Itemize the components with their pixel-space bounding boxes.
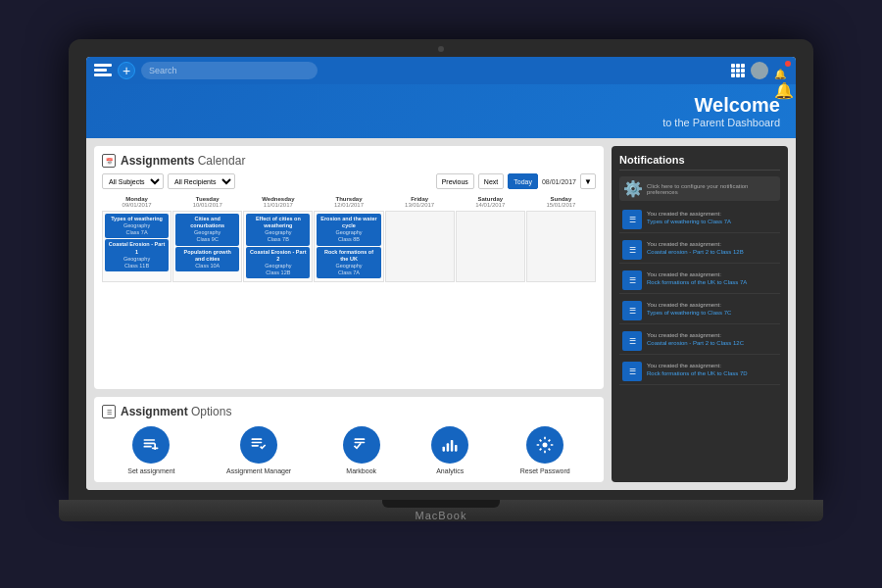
nav-plus-button[interactable] [118,62,135,79]
svg-rect-0 [144,439,156,441]
notifications-title: Notifications [619,154,780,171]
cal-cell-thursday: Erosion and the water cycle Geography Cl… [314,211,383,282]
reset-password-label: Reset Password [520,467,570,474]
event-population-growth[interactable]: Population growth and cities Class 10A [175,247,239,271]
previous-button[interactable]: Previous [436,173,474,189]
nav-logo [94,64,112,77]
svg-rect-7 [252,445,260,447]
svg-rect-11 [447,443,450,451]
calendar-section: 📅 Assignments Calendar All Subjects [94,146,604,389]
today-button[interactable]: Today [508,173,538,189]
day-header-saturday: Saturday 14/01/2017 [456,194,525,210]
user-avatar[interactable] [751,62,768,79]
reset-password-option[interactable]: Reset Password [520,426,570,474]
next-button[interactable]: Next [478,173,504,189]
recipients-filter[interactable]: All Recipients [168,173,235,189]
event-erosion-water-cycle[interactable]: Erosion and the water cycle Geography Cl… [317,214,380,246]
options-title: ☰ Assignment Options [102,405,596,418]
svg-rect-6 [252,442,263,444]
cal-cell-monday: Types of weathering Geography Class 7A C… [102,211,172,282]
svg-rect-9 [354,442,365,444]
analytics-label: Analytics [436,467,464,474]
day-header-wednesday: Wednesday 11/01/2017 [243,194,313,210]
calendar-picker-button[interactable]: ▼ [580,173,596,189]
svg-rect-13 [455,445,458,452]
event-coastal-erosion-p1[interactable]: Coastal Erosion - Part 1 Geography Class… [105,239,169,271]
welcome-subheading: to the Parent Dashboard [102,117,780,128]
calendar-grid: Monday 09/01/2017 Tuesday 10/01/2017 Wed… [102,194,596,282]
notif-icon-4: ☰ [622,301,642,320]
camera [438,46,444,52]
svg-rect-4 [152,448,159,450]
notification-item-4[interactable]: ☰ You created the assignment: Types of w… [619,298,780,324]
day-header-monday: Monday 09/01/2017 [102,194,172,210]
day-header-thursday: Thursday 12/01/2017 [314,194,383,210]
options-icon: ☰ [102,405,116,418]
set-assignment-icon [132,426,170,464]
notification-item-6[interactable]: ☰ You created the assignment: Rock forma… [619,359,780,385]
welcome-heading: Welcome [102,94,780,117]
macbook-label: MacBook [416,510,467,521]
analytics-icon [431,426,468,464]
notif-text-2: You created the assignment: Coastal eros… [647,240,777,257]
config-gear-icon: ⚙️ [623,179,643,198]
notif-text-6: You created the assignment: Rock formati… [647,362,777,378]
set-assignment-label: Set assignment [127,467,174,474]
cal-cell-friday [385,211,455,282]
calendar-title: 📅 Assignments Calendar [102,154,596,168]
notif-text-5: You created the assignment: Coastal eros… [647,331,777,348]
assignment-manager-option[interactable]: Assignment Manager [226,426,291,474]
reset-password-icon [526,426,564,464]
day-header-tuesday: Tuesday 10/01/2017 [172,194,242,210]
analytics-option[interactable]: Analytics [431,426,468,474]
notifications-list: ☰ You created the assignment: Types of w… [619,207,780,385]
options-icons-row: Set assignment Assignment Manager [102,426,596,474]
notification-item-3[interactable]: ☰ You created the assignment: Rock forma… [619,268,780,294]
svg-point-14 [543,443,548,448]
bell-icon: 🔔 [774,82,794,99]
svg-rect-5 [252,438,263,440]
markbook-option[interactable]: Markbook [343,426,380,474]
subjects-filter[interactable]: All Subjects [102,173,164,189]
svg-rect-1 [144,443,156,445]
laptop-notch [382,500,500,508]
notif-icon-3: ☰ [622,270,642,290]
calendar-controls: All Subjects All Recipients Previous Nex… [102,173,596,189]
notif-text-4: You created the assignment: Types of wea… [647,301,777,318]
search-input[interactable] [141,62,318,79]
notif-icon-2: ☰ [622,240,642,260]
notification-item-1[interactable]: ☰ You created the assignment: Types of w… [619,207,780,233]
apps-icon[interactable] [731,64,745,77]
notif-icon-6: ☰ [622,362,642,381]
welcome-banner: Welcome to the Parent Dashboard [86,84,796,138]
calendar-icon: 📅 [102,154,116,168]
event-types-weathering[interactable]: Types of weathering Geography Class 7A [105,214,169,238]
top-nav: 🔔 [86,57,796,84]
notification-item-2[interactable]: ☰ You created the assignment: Coastal er… [619,237,780,264]
laptop-container: 🔔 Welcome to the Parent Dashboard [59,39,823,549]
cal-cell-sunday [526,211,596,282]
assignment-manager-icon [240,426,277,464]
assignment-manager-label: Assignment Manager [226,467,291,474]
screen: 🔔 Welcome to the Parent Dashboard [86,57,796,490]
main-area: 📅 Assignments Calendar All Subjects [86,138,796,490]
left-panel: 📅 Assignments Calendar All Subjects [94,146,604,482]
notifications-config-button[interactable]: ⚙️ Click here to configure your notifica… [619,176,780,201]
config-text: Click here to configure your notificatio… [647,183,776,195]
laptop-base: MacBook [59,500,823,521]
notif-text-1: You created the assignment: Types of wea… [647,210,777,226]
screen-content: 🔔 Welcome to the Parent Dashboard [86,57,796,490]
svg-rect-8 [354,438,365,440]
cal-cell-saturday [456,211,525,282]
notification-item-5[interactable]: ☰ You created the assignment: Coastal er… [619,328,780,355]
markbook-icon [343,426,380,464]
notifications-bell[interactable]: 🔔 [774,64,788,77]
day-header-sunday: Sunday 15/01/2017 [526,194,596,210]
assignment-options-section: ☰ Assignment Options Set [94,397,604,482]
event-cities-conurbations[interactable]: Cities and conurbations Geography Class … [175,214,239,246]
svg-rect-12 [451,440,454,452]
event-coastal-erosion-p2[interactable]: Coastal Erosion - Part 2 Geography Class… [246,247,310,279]
event-effect-cities[interactable]: Effect of cities on weathering Geography… [246,214,310,246]
set-assignment-option[interactable]: Set assignment [127,426,174,474]
event-rock-formations[interactable]: Rock formations of the UK Geography Clas… [317,247,380,279]
